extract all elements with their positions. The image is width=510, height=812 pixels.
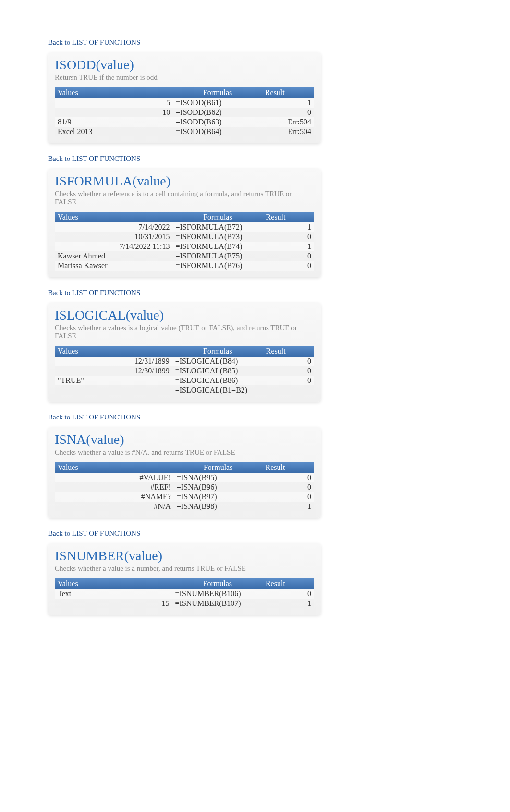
column-header-formulas: Formulas <box>172 212 263 222</box>
table-row: 5=ISODD(B61)1 <box>55 98 314 108</box>
function-section: ISODD(value)Retursn TRUE if the number i… <box>48 52 321 143</box>
cell-value: Excel 2013 <box>55 127 173 136</box>
function-description: Checks whether a values is a logical val… <box>55 324 314 340</box>
cell-formula: =ISLOGICAL(B86) <box>172 376 263 385</box>
cell-formula: =ISNA(B95) <box>174 473 263 482</box>
cell-value <box>55 385 172 395</box>
function-table: ValuesFormulasResult5=ISODD(B61)110=ISOD… <box>55 87 314 136</box>
column-header-values: Values <box>55 578 172 589</box>
function-table: ValuesFormulasResult#VALUE!=ISNA(B95)0#R… <box>55 462 314 511</box>
cell-result: 0 <box>263 492 315 502</box>
cell-result: 0 <box>263 366 314 376</box>
function-description: Retursn TRUE if the number is odd <box>55 74 314 82</box>
table-row: 7/14/2022=ISFORMULA(B72)1 <box>55 222 314 232</box>
function-section: ISNUMBER(value)Checks whether a value is… <box>48 543 321 615</box>
cell-result: Err:504 <box>262 127 314 136</box>
cell-formula: =ISNA(B97) <box>174 492 263 502</box>
table-row: 10/31/2015=ISFORMULA(B73)0 <box>55 232 314 242</box>
function-title: ISLOGICAL(value) <box>55 308 314 323</box>
cell-result: 1 <box>263 502 315 511</box>
function-table: ValuesFormulasResult7/14/2022=ISFORMULA(… <box>55 212 314 271</box>
cell-formula: =ISFORMULA(B74) <box>172 242 263 251</box>
cell-formula: =ISODD(B63) <box>173 117 262 127</box>
cell-formula: =ISNUMBER(B106) <box>172 589 263 599</box>
cell-result: 0 <box>263 232 314 242</box>
function-section: ISLOGICAL(value)Checks whether a values … <box>48 303 321 402</box>
table-row: =ISLOGICAL(B1=B2) <box>55 385 314 395</box>
column-header-result: Result <box>263 578 314 589</box>
cell-formula: =ISFORMULA(B76) <box>172 261 263 271</box>
column-header-values: Values <box>55 87 173 98</box>
function-section: ISFORMULA(value)Checks whether a referen… <box>48 169 321 277</box>
function-title: ISODD(value) <box>55 57 314 73</box>
table-row: "TRUE"=ISLOGICAL(B86)0 <box>55 376 314 385</box>
cell-value: #VALUE! <box>55 473 174 482</box>
cell-value: "TRUE" <box>55 376 172 385</box>
cell-value: Kawser Ahmed <box>55 251 172 261</box>
back-to-list-link[interactable]: Back to LIST OF FUNCTIONS <box>48 38 462 47</box>
column-header-result: Result <box>263 346 314 357</box>
cell-result: 0 <box>263 482 315 492</box>
cell-value: 7/14/2022 <box>55 222 172 232</box>
cell-value: 5 <box>55 98 173 108</box>
back-to-list-link[interactable]: Back to LIST OF FUNCTIONS <box>48 155 462 163</box>
cell-value: #NAME? <box>55 492 174 502</box>
cell-formula: =ISODD(B64) <box>173 127 262 136</box>
column-header-values: Values <box>55 212 172 222</box>
function-title: ISNUMBER(value) <box>55 548 314 564</box>
cell-result: 1 <box>263 222 314 232</box>
cell-result: Err:504 <box>262 117 314 127</box>
cell-formula: =ISLOGICAL(B85) <box>172 366 263 376</box>
table-row: 81/9=ISODD(B63)Err:504 <box>55 117 314 127</box>
cell-formula: =ISODD(B62) <box>173 108 262 117</box>
cell-formula: =ISNA(B98) <box>174 502 263 511</box>
function-description: Checks whether a value is #N/A, and retu… <box>55 448 314 456</box>
cell-value: 15 <box>55 599 172 608</box>
cell-result: 1 <box>262 98 314 108</box>
cell-result: 0 <box>263 261 314 271</box>
cell-formula: =ISFORMULA(B75) <box>172 251 263 261</box>
cell-result: 0 <box>263 357 314 366</box>
cell-value: 10/31/2015 <box>55 232 172 242</box>
table-row: #NAME?=ISNA(B97)0 <box>55 492 314 502</box>
table-row: #VALUE!=ISNA(B95)0 <box>55 473 314 482</box>
cell-formula: =ISODD(B61) <box>173 98 262 108</box>
table-row: #REF!=ISNA(B96)0 <box>55 482 314 492</box>
column-header-result: Result <box>263 212 314 222</box>
cell-formula: =ISNA(B96) <box>174 482 263 492</box>
back-to-list-link[interactable]: Back to LIST OF FUNCTIONS <box>48 529 462 538</box>
function-description: Checks whether a value is a number, and … <box>55 565 314 573</box>
function-description: Checks whether a reference is to a cell … <box>55 190 314 206</box>
cell-formula: =ISFORMULA(B73) <box>172 232 263 242</box>
cell-value: 7/14/2022 11:13 <box>55 242 172 251</box>
cell-formula: =ISLOGICAL(B84) <box>172 357 263 366</box>
table-row: Kawser Ahmed=ISFORMULA(B75)0 <box>55 251 314 261</box>
table-row: 10=ISODD(B62)0 <box>55 108 314 117</box>
back-to-list-link[interactable]: Back to LIST OF FUNCTIONS <box>48 413 462 421</box>
column-header-values: Values <box>55 462 174 473</box>
cell-result: 0 <box>263 589 314 599</box>
cell-value: 10 <box>55 108 173 117</box>
function-section: ISNA(value)Checks whether a value is #N/… <box>48 427 321 518</box>
back-to-list-link[interactable]: Back to LIST OF FUNCTIONS <box>48 289 462 297</box>
function-title: ISNA(value) <box>55 432 314 447</box>
cell-value: #N/A <box>55 502 174 511</box>
table-row: 12/30/1899=ISLOGICAL(B85)0 <box>55 366 314 376</box>
cell-result: 0 <box>263 376 314 385</box>
cell-formula: =ISLOGICAL(B1=B2) <box>172 385 263 395</box>
column-header-formulas: Formulas <box>174 462 263 473</box>
column-header-formulas: Formulas <box>173 87 262 98</box>
table-row: Text=ISNUMBER(B106)0 <box>55 589 314 599</box>
cell-value: 81/9 <box>55 117 173 127</box>
cell-formula: =ISFORMULA(B72) <box>172 222 263 232</box>
cell-result: 0 <box>262 108 314 117</box>
table-row: Marissa Kawser=ISFORMULA(B76)0 <box>55 261 314 271</box>
cell-result: 1 <box>263 242 314 251</box>
table-row: 12/31/1899=ISLOGICAL(B84)0 <box>55 357 314 366</box>
function-table: ValuesFormulasResultText=ISNUMBER(B106)0… <box>55 578 314 608</box>
cell-result: 1 <box>263 599 314 608</box>
column-header-result: Result <box>262 87 314 98</box>
function-title: ISFORMULA(value) <box>55 173 314 189</box>
cell-formula: =ISNUMBER(B107) <box>172 599 263 608</box>
cell-value: Marissa Kawser <box>55 261 172 271</box>
